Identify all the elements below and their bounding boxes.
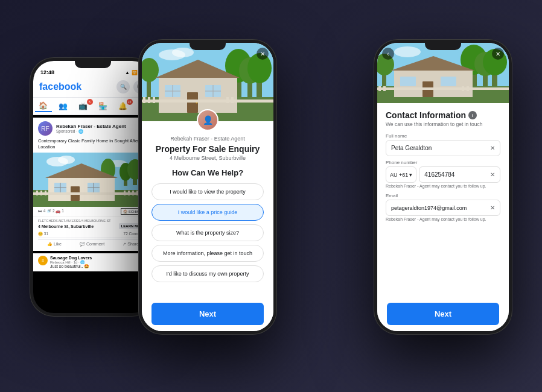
phone1: 12:48 ▲ 🛜 🔋 facebook 🔍 💬: [30, 57, 156, 317]
nav-friends[interactable]: 👥: [55, 100, 72, 112]
post-image: [33, 153, 153, 207]
property-info: 🛏 4 🚿 2 🚗 1 🏠 SCHWISH: [33, 207, 153, 217]
contact-form-image: ‹ ✕: [377, 43, 509, 103]
phone-prefix[interactable]: AU +61 ▾: [386, 166, 416, 183]
watch-badge: 5: [87, 99, 93, 105]
post-text: Contemporary Clasic Family Home in Sough…: [33, 138, 153, 153]
svg-rect-55: [143, 97, 145, 103]
contact-house-illustration: [377, 43, 509, 103]
nav-marketplace[interactable]: 🏪: [95, 100, 112, 112]
email-value: petageraldton1974@gmail.com: [391, 205, 467, 211]
house-illustration: [33, 153, 153, 207]
post-author-name: Rebekah Fraser - Estate Agent: [56, 124, 148, 129]
svg-rect-80: [467, 86, 469, 91]
option-btn-4[interactable]: More information, please get in touch: [151, 245, 264, 262]
contact-close-button[interactable]: ✕: [492, 48, 504, 60]
commenter: S Sausage Dog Lovers Rebecca Hill · 1d ·…: [38, 256, 148, 269]
lead-form: ✕ 👤 Rebekah Fraser - Estate Agent Proper…: [142, 43, 273, 331]
question-title: How Can We Help?: [151, 168, 264, 177]
svg-rect-25: [124, 191, 126, 195]
fullname-input[interactable]: Peta Geraldton ✕: [386, 140, 500, 156]
email-input[interactable]: petageraldton1974@gmail.com ✕: [386, 200, 500, 216]
property-stats: 🛏 4 🚿 2 🚗 1: [38, 209, 64, 213]
svg-rect-73: [400, 77, 416, 86]
svg-rect-58: [226, 97, 229, 103]
time-1: 12:48: [40, 69, 54, 75]
comment-body: Sausage Dog Lovers Rebecca Hill · 1d · 🌐…: [50, 256, 92, 269]
phone3-notch: [425, 43, 461, 50]
signal-icon: ▲: [125, 70, 130, 75]
fb-nav: 🏠 👥 📺5 🏪 🔔23 ☰: [33, 98, 153, 115]
phone-number-input[interactable]: 416254784 ✕: [419, 166, 500, 183]
post-address-link: FLETCHERS.NET.AU/12321/4-MELBOURNE-ST: [38, 219, 148, 223]
phone2: ✕ 👤 Rebekah Fraser - Estate Agent Proper…: [138, 39, 277, 335]
nav-notifications[interactable]: 🔔23: [115, 100, 132, 112]
phone-prefix-chevron: ▾: [409, 172, 412, 178]
lead-close-button[interactable]: ✕: [257, 48, 269, 60]
search-icon[interactable]: 🔍: [116, 80, 130, 93]
post-header: RF Rebekah Fraser - Estate Agent Sponsor…: [33, 118, 153, 138]
svg-rect-59: [231, 97, 234, 103]
phone3-screen: ‹ ✕ Contact Information i We can use thi…: [377, 43, 509, 331]
svg-rect-56: [148, 97, 150, 103]
phone1-screen: 12:48 ▲ 🛜 🔋 facebook 🔍 💬: [33, 61, 153, 313]
phone-label: Phone number: [386, 160, 500, 165]
next-button[interactable]: Next: [151, 303, 264, 325]
phone1-screen-wrapper: 12:48 ▲ 🛜 🔋 facebook 🔍 💬: [33, 61, 153, 313]
email-label: Email: [386, 193, 500, 198]
svg-rect-74: [441, 77, 456, 86]
option-btn-1[interactable]: I would like to view the property: [151, 183, 264, 200]
lead-subtitle: 4 Melbourne Street, Suburbville: [151, 155, 264, 161]
svg-rect-78: [383, 86, 386, 91]
fb-header: facebook 🔍 💬: [33, 78, 153, 98]
lead-form-image: ✕ 👤: [142, 43, 273, 121]
phones-container: 12:48 ▲ 🛜 🔋 facebook 🔍 💬: [11, 9, 531, 383]
fullname-value: Peta Geraldton: [391, 145, 432, 151]
svg-rect-22: [36, 191, 38, 195]
svg-point-61: [394, 46, 421, 57]
fb-post: RF Rebekah Fraser - Estate Agent Sponsor…: [33, 118, 153, 251]
svg-rect-23: [40, 191, 42, 195]
post-actions: 👍 Like 💬 Comment ↗ Share: [38, 239, 148, 248]
agent-avatar: 👤: [197, 109, 218, 131]
svg-rect-77: [378, 86, 381, 91]
share-button[interactable]: ↗ Share: [123, 242, 139, 247]
like-button[interactable]: 👍 Like: [47, 242, 62, 247]
nav-home[interactable]: 🏠: [35, 100, 52, 112]
post-address: 4 Melbourne St, Suburbville: [38, 224, 94, 229]
option-btn-2[interactable]: I would like a price guide: [151, 204, 264, 221]
comment-section: S Sausage Dog Lovers Rebecca Hill · 1d ·…: [33, 253, 153, 271]
phone-number-value: 416254784: [424, 171, 454, 178]
comment-sub: Rebecca Hill · 1d · 🌐: [50, 260, 92, 264]
contact-back-button[interactable]: ‹: [382, 48, 394, 60]
svg-rect-76: [377, 87, 509, 90]
option-btn-5[interactable]: I'd like to discuss my own property: [151, 265, 264, 282]
comment-button[interactable]: 💬 Comment: [80, 242, 104, 247]
fullname-clear-icon[interactable]: ✕: [490, 145, 495, 151]
svg-rect-27: [132, 191, 134, 195]
svg-point-2: [58, 156, 75, 164]
email-note: Rebekah Fraser - Agent may contact you t…: [386, 217, 500, 221]
post-meta: Rebekah Fraser - Estate Agent Sponsored …: [56, 124, 148, 134]
contact-subtitle: We can use this information to get in to…: [386, 121, 500, 127]
info-icon[interactable]: i: [468, 111, 477, 119]
option-btn-3[interactable]: What is the property size?: [151, 224, 264, 241]
post-stats: 😊 31 72 Comments: [38, 230, 148, 238]
contact-title: Contact Information i: [386, 110, 500, 120]
phone-note: Rebekah Fraser - Agent may contact you t…: [386, 184, 500, 188]
svg-rect-26: [128, 191, 130, 195]
reactions-count: 😊 31: [38, 232, 48, 236]
contact-next-button[interactable]: Next: [387, 303, 499, 325]
svg-rect-24: [45, 191, 46, 195]
phone3-screen-wrapper: ‹ ✕ Contact Information i We can use thi…: [377, 43, 509, 331]
phone-clear-icon[interactable]: ✕: [490, 171, 495, 178]
phone2-screen-wrapper: ✕ 👤 Rebekah Fraser - Estate Agent Proper…: [142, 43, 273, 331]
nav-watch[interactable]: 📺5: [75, 100, 92, 112]
phone-field: AU +61 ▾ 416254784 ✕: [386, 166, 500, 183]
notif-badge: 23: [127, 99, 133, 105]
contact-content: Contact Information i We can use this in…: [377, 103, 509, 297]
lead-content: Rebekah Fraser - Estate Agent Property F…: [142, 121, 273, 297]
svg-rect-21: [33, 192, 153, 195]
lead-title: Property For Sale Enquiry: [151, 144, 264, 154]
email-clear-icon[interactable]: ✕: [490, 204, 495, 211]
